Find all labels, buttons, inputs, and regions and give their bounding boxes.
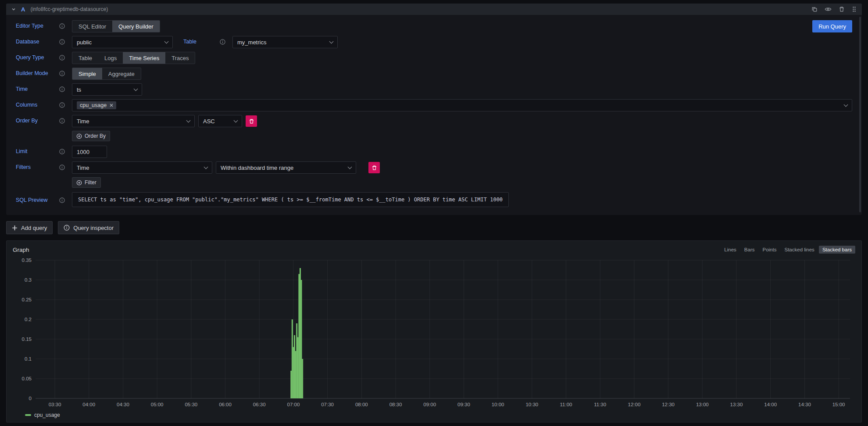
svg-text:04:30: 04:30 [117, 402, 129, 407]
svg-text:0.35: 0.35 [22, 258, 32, 263]
chevron-down-icon [329, 39, 334, 44]
order-by-direction-select[interactable]: ASC [198, 115, 242, 127]
add-order-by-button[interactable]: Order By [72, 131, 110, 141]
graph-style-stacked-bars[interactable]: Stacked bars [819, 246, 855, 254]
svg-text:05:30: 05:30 [185, 402, 197, 407]
query-ref-name: A [21, 6, 25, 13]
legend-series-label[interactable]: cpu_usage [34, 412, 60, 418]
chevron-down-icon [234, 118, 238, 123]
order-by-direction-value: ASC [203, 118, 215, 125]
query-type-logs[interactable]: Logs [98, 52, 123, 64]
query-editor-body: Editor Type SQL Editor Query Builder Run… [6, 15, 862, 215]
add-filter-button[interactable]: Filter [72, 177, 101, 188]
query-type-traces[interactable]: Traces [165, 52, 195, 64]
column-tag[interactable]: cpu_usage [77, 101, 116, 109]
time-label: Time [16, 86, 28, 92]
chevron-down-icon [164, 39, 169, 44]
add-filter-label: Filter [85, 179, 96, 186]
limit-input[interactable] [72, 146, 107, 158]
row-time: Time ts [16, 83, 852, 96]
builder-mode-aggregate[interactable]: Aggregate [102, 68, 141, 79]
query-row-header: A (info8fcc-greptimedb-datasource) [6, 4, 862, 15]
remove-order-by-button[interactable] [246, 115, 257, 127]
eye-icon [825, 6, 832, 12]
duplicate-query-button[interactable] [811, 6, 818, 12]
editor-type-sql-editor[interactable]: SQL Editor [72, 21, 112, 32]
query-footer: Add query Query inspector [6, 221, 862, 234]
chart-legend: cpu_usage [13, 411, 855, 419]
svg-text:05:00: 05:00 [151, 402, 164, 407]
delete-query-button[interactable] [839, 6, 845, 12]
query-editor-block: A (info8fcc-greptimedb-datasource) [6, 4, 862, 215]
datasource-name: (info8fcc-greptimedb-datasource) [30, 6, 108, 12]
info-icon [59, 102, 65, 108]
query-type-time-series[interactable]: Time Series [123, 52, 165, 64]
svg-text:13:00: 13:00 [696, 402, 709, 407]
info-icon [59, 39, 65, 45]
info-icon [59, 71, 65, 76]
time-column-select[interactable]: ts [72, 83, 142, 96]
remove-filter-button[interactable] [368, 162, 380, 173]
run-query-button[interactable]: Run Query [812, 20, 852, 32]
query-inspector-label: Query inspector [73, 225, 114, 231]
columns-multiselect[interactable]: cpu_usage [72, 99, 852, 111]
filter-condition-value: Within dashboard time range [221, 165, 293, 171]
query-type-switcher: Table Logs Time Series Traces [72, 52, 195, 64]
svg-text:08:00: 08:00 [355, 402, 368, 407]
row-add-order-by: Order By [16, 131, 852, 142]
database-label: Database [16, 39, 39, 45]
row-filters: Filters Time Within dashboard time range [16, 161, 852, 174]
info-icon [59, 86, 65, 92]
builder-mode-simple[interactable]: Simple [72, 68, 102, 79]
row-builder-mode: Builder Mode Simple Aggregate [16, 68, 852, 80]
svg-text:14:00: 14:00 [764, 402, 777, 407]
editor-type-label: Editor Type [16, 23, 43, 29]
table-select[interactable]: my_metrics [232, 36, 338, 48]
add-query-label: Add query [21, 225, 47, 231]
svg-text:13:30: 13:30 [730, 402, 743, 407]
filter-condition-select[interactable]: Within dashboard time range [216, 161, 356, 174]
legend-swatch [25, 414, 31, 416]
svg-text:09:30: 09:30 [457, 402, 470, 407]
info-icon [59, 118, 65, 124]
query-type-table[interactable]: Table [72, 52, 98, 64]
info-icon [59, 197, 65, 203]
remove-column-icon[interactable] [110, 104, 113, 107]
trash-icon [249, 118, 254, 124]
chevron-down-icon [204, 165, 208, 169]
drag-query-handle[interactable] [852, 6, 857, 12]
editor-type-query-builder[interactable]: Query Builder [112, 21, 159, 32]
page: A (info8fcc-greptimedb-datasource) [0, 0, 868, 426]
row-query-type: Query Type Table Logs Time Series Traces [16, 52, 852, 64]
row-editor-type: Editor Type SQL Editor Query Builder Run… [16, 20, 852, 32]
order-by-field-select[interactable]: Time [72, 115, 195, 127]
add-order-by-label: Order By [85, 133, 106, 139]
query-type-label: Query Type [16, 54, 44, 61]
graph-style-stacked-lines[interactable]: Stacked lines [781, 246, 818, 254]
svg-text:0.3: 0.3 [25, 277, 32, 283]
order-by-field-value: Time [77, 118, 89, 125]
svg-text:03:30: 03:30 [49, 402, 61, 407]
row-columns: Columns cpu_usage [16, 99, 852, 111]
sql-preview-label: SQL Preview [16, 197, 47, 203]
graph-style-points[interactable]: Points [759, 246, 780, 254]
collapse-query-button[interactable] [11, 7, 16, 11]
row-sql-preview: SQL Preview SELECT ts as "time", cpu_usa… [16, 192, 852, 208]
chevron-down-icon [186, 118, 191, 123]
panel-title: Graph [13, 247, 29, 253]
svg-text:14:30: 14:30 [798, 402, 811, 407]
svg-text:15:00: 15:00 [832, 402, 845, 407]
graph-style-lines[interactable]: Lines [721, 246, 740, 254]
query-inspector-button[interactable]: Query inspector [58, 221, 119, 234]
hide-query-button[interactable] [825, 6, 832, 12]
graph-style-bars[interactable]: Bars [741, 246, 758, 254]
database-select[interactable]: public [72, 36, 173, 48]
row-database: Database public Table my_metrics [16, 36, 852, 48]
filter-field-select[interactable]: Time [72, 161, 212, 174]
svg-text:0.2: 0.2 [25, 317, 32, 322]
svg-text:0.1: 0.1 [25, 356, 32, 362]
database-select-value: public [77, 39, 92, 46]
add-query-button[interactable]: Add query [6, 221, 53, 234]
editor-scrollbar[interactable] [859, 17, 861, 212]
svg-text:08:30: 08:30 [389, 402, 402, 407]
